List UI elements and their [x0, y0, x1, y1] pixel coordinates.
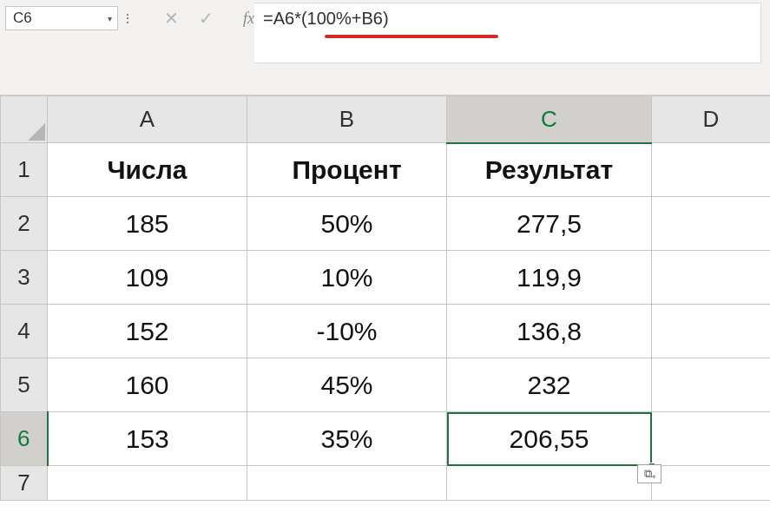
row-header-5[interactable]: 5 — [1, 358, 48, 412]
cell-D1[interactable] — [652, 143, 771, 197]
cell-B3[interactable]: 10% — [247, 251, 447, 305]
formula-text: =A6*(100%+B6) — [263, 9, 389, 28]
name-box-value: C6 — [13, 10, 32, 27]
cell-D7[interactable] — [652, 466, 771, 501]
autofill-options-icon[interactable]: ⧉₊ — [637, 464, 661, 483]
formula-bar-buttons: ✕ ✓ fx — [161, 8, 254, 29]
col-header-C[interactable]: C — [447, 96, 652, 143]
row-header-3[interactable]: 3 — [1, 251, 48, 305]
fx-icon[interactable]: fx — [243, 10, 254, 28]
cell-B7[interactable] — [247, 466, 447, 501]
col-header-D[interactable]: D — [652, 96, 771, 143]
spreadsheet-grid: A B C D 1 Числа Процент Результат 2 185 … — [0, 95, 770, 501]
row-4: 4 152 -10% 136,8 — [1, 305, 771, 358]
cell-D6[interactable] — [652, 412, 771, 466]
cell-D2[interactable] — [652, 197, 771, 251]
cell-C6[interactable]: 206,55 — [447, 412, 652, 466]
cell-C7[interactable] — [447, 466, 652, 501]
row-header-1[interactable]: 1 — [1, 143, 48, 197]
cell-A2[interactable]: 185 — [48, 197, 247, 251]
grid-table: A B C D 1 Числа Процент Результат 2 185 … — [0, 95, 770, 501]
cell-A4[interactable]: 152 — [48, 305, 247, 358]
cell-B1[interactable]: Процент — [247, 143, 447, 197]
name-box[interactable]: C6 ▾ — [5, 6, 118, 30]
formula-bar-row: C6 ▾ ⋮ ✕ ✓ fx =A6*(100%+B6) — [0, 0, 770, 31]
cell-A6[interactable]: 153 — [48, 412, 247, 466]
cell-B6[interactable]: 35% — [247, 412, 447, 466]
cell-C5[interactable]: 232 — [447, 358, 652, 412]
column-header-row: A B C D — [1, 96, 771, 143]
cell-D4[interactable] — [652, 305, 771, 358]
cell-D3[interactable] — [652, 251, 771, 305]
cell-B5[interactable]: 45% — [247, 358, 447, 412]
row-6: 6 153 35% 206,55 — [1, 412, 771, 466]
cell-C4[interactable]: 136,8 — [447, 305, 652, 358]
cell-C6-value: 206,55 — [510, 424, 589, 453]
cell-B2[interactable]: 50% — [247, 197, 447, 251]
row-header-7[interactable]: 7 — [1, 466, 48, 501]
cancel-icon[interactable]: ✕ — [161, 8, 181, 29]
row-2: 2 185 50% 277,5 — [1, 197, 771, 251]
cell-A3[interactable]: 109 — [48, 251, 247, 305]
name-box-menu-icon[interactable]: ⋮ — [118, 6, 137, 30]
row-3: 3 109 10% 119,9 — [1, 251, 771, 305]
row-header-4[interactable]: 4 — [1, 305, 48, 358]
cell-C1[interactable]: Результат — [447, 143, 652, 197]
row-1: 1 Числа Процент Результат — [1, 143, 771, 197]
cell-A5[interactable]: 160 — [48, 358, 247, 412]
formula-bar-area: C6 ▾ ⋮ ✕ ✓ fx =A6*(100%+B6) — [0, 0, 770, 95]
row-5: 5 160 45% 232 — [1, 358, 771, 412]
cell-A1[interactable]: Числа — [48, 143, 247, 197]
enter-icon[interactable]: ✓ — [196, 8, 215, 29]
col-header-A[interactable]: A — [48, 96, 247, 143]
cell-D5[interactable] — [652, 358, 771, 412]
svg-marker-0 — [28, 123, 45, 141]
row-header-6[interactable]: 6 — [1, 412, 48, 466]
cell-A7[interactable] — [48, 466, 247, 501]
formula-input[interactable]: =A6*(100%+B6) — [254, 3, 761, 63]
cell-C3[interactable]: 119,9 — [447, 251, 652, 305]
select-all-corner[interactable] — [1, 96, 48, 143]
annotation-underline — [325, 35, 498, 38]
col-header-B[interactable]: B — [247, 96, 447, 143]
cell-B4[interactable]: -10% — [247, 305, 447, 358]
cell-C2[interactable]: 277,5 — [447, 197, 652, 251]
row-header-2[interactable]: 2 — [1, 197, 48, 251]
dropdown-icon[interactable]: ▾ — [108, 14, 112, 23]
